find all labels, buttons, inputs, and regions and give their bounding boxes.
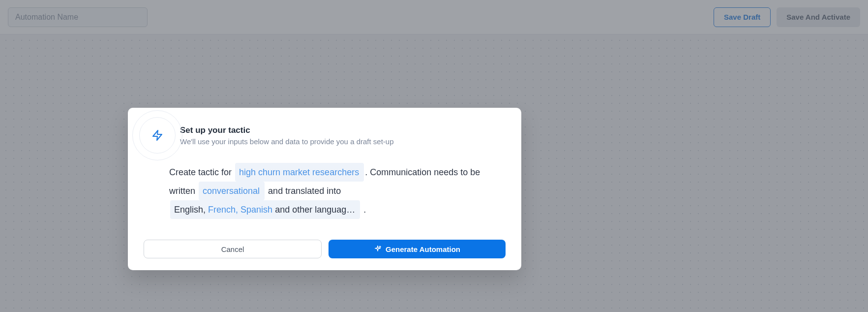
lightning-icon	[151, 129, 163, 141]
languages-chip-prefix: English,	[174, 205, 208, 215]
modal-header: Set up your tactic We'll use your inputs…	[144, 122, 506, 149]
body-text-4: .	[361, 205, 366, 215]
modal-overlay[interactable]: Set up your tactic We'll use your inputs…	[0, 0, 868, 312]
generate-automation-button[interactable]: Generate Automation	[329, 240, 506, 258]
modal-footer: Cancel Generate Automation	[144, 240, 506, 258]
body-text-1: Create tactic for	[169, 167, 234, 177]
modal-body: Create tactic for high churn market rese…	[169, 163, 506, 219]
modal-icon-wrap	[144, 122, 171, 149]
languages-chip[interactable]: English, French, Spanish and other langu…	[170, 200, 360, 219]
setup-tactic-modal: Set up your tactic We'll use your inputs…	[128, 108, 521, 270]
tone-chip[interactable]: conversational	[199, 182, 265, 200]
audience-chip[interactable]: high churn market researchers	[235, 163, 364, 182]
modal-title: Set up your tactic	[180, 125, 394, 135]
languages-chip-suffix: and other languag…	[272, 205, 355, 215]
generate-automation-label: Generate Automation	[386, 245, 460, 253]
body-text-3: and translated into	[266, 186, 341, 196]
languages-chip-highlight: French, Spanish	[208, 205, 272, 215]
sparkle-icon	[374, 245, 382, 253]
modal-subtitle: We'll use your inputs below and data to …	[180, 137, 394, 146]
cancel-button[interactable]: Cancel	[144, 240, 322, 258]
svg-marker-0	[153, 130, 162, 140]
modal-title-block: Set up your tactic We'll use your inputs…	[180, 125, 394, 146]
